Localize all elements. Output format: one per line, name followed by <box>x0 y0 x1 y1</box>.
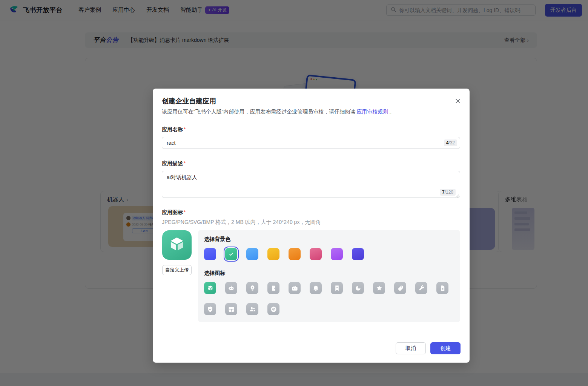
icon-section-label: 选择图标 <box>204 270 225 277</box>
book-icon <box>270 285 277 292</box>
icon-option-wrench[interactable] <box>415 282 427 294</box>
icon-option-pie-chart[interactable] <box>352 282 364 294</box>
review-rules-link[interactable]: 应用审核规则 <box>356 109 388 115</box>
pie-chart-icon <box>355 285 362 292</box>
shield-icon <box>207 306 214 313</box>
icon-option-bookmark[interactable] <box>331 282 343 294</box>
app-name-input[interactable] <box>162 137 460 149</box>
tag-icon <box>397 285 404 292</box>
required-asterisk: * <box>184 209 186 215</box>
lightbulb-icon <box>249 285 256 292</box>
bg-color-yellow[interactable] <box>267 248 279 260</box>
bg-color-sky-blue[interactable] <box>246 248 258 260</box>
name-char-counter: 4/32 <box>444 139 457 146</box>
bg-color-section-label: 选择背景色 <box>204 236 230 243</box>
icon-option-bell[interactable] <box>310 282 322 294</box>
icon-option-document[interactable] <box>436 282 448 294</box>
desc-char-counter: 7/120 <box>440 189 456 196</box>
cube-icon <box>207 285 214 292</box>
required-asterisk: * <box>184 160 186 166</box>
layout-icon <box>228 306 235 313</box>
bg-color-orange[interactable] <box>289 248 301 260</box>
icon-option-grid <box>204 282 453 315</box>
dialog-description: 该应用仅可在“飞书个人版”内部使用，应用发布需经过企业管理员审核，请仔细阅读应用… <box>162 109 395 115</box>
icon-option-tag[interactable] <box>394 282 406 294</box>
app-desc-label: 应用描述* <box>162 160 186 167</box>
robot-icon <box>228 285 235 292</box>
icon-format-hint: JPEG/PNG/SVG/BMP 格式，2 MB 以内，大于 240*240 p… <box>162 219 321 226</box>
icon-option-star[interactable] <box>373 282 385 294</box>
close-icon[interactable] <box>454 98 461 104</box>
icon-option-code[interactable] <box>267 303 279 315</box>
star-icon <box>376 285 383 292</box>
cube-icon <box>168 236 186 254</box>
app-name-label: 应用名称* <box>162 126 186 133</box>
required-asterisk: * <box>184 126 186 132</box>
dialog-title: 创建企业自建应用 <box>162 96 216 106</box>
icon-option-robot[interactable] <box>225 282 237 294</box>
custom-upload-button[interactable]: 自定义上传 <box>162 265 192 275</box>
icon-picker-panel: 选择背景色 选择图标 <box>198 230 460 322</box>
icon-option-cube[interactable] <box>204 282 216 294</box>
bg-color-purple[interactable] <box>331 248 343 260</box>
bg-color-blue[interactable] <box>204 248 216 260</box>
code-icon <box>270 306 277 313</box>
bg-color-indigo[interactable] <box>352 248 364 260</box>
app-desc-textarea[interactable]: ai对话机器人 <box>162 171 460 198</box>
icon-option-lightbulb[interactable] <box>246 282 258 294</box>
app-icon-preview <box>162 230 192 260</box>
bg-color-swatches <box>204 248 364 260</box>
briefcase-icon <box>291 285 298 292</box>
bell-icon <box>312 285 319 292</box>
bg-color-pink[interactable] <box>310 248 322 260</box>
document-icon <box>439 285 446 292</box>
create-app-dialog: 创建企业自建应用 该应用仅可在“飞书个人版”内部使用，应用发布需经过企业管理员审… <box>153 89 470 363</box>
cancel-button[interactable]: 取消 <box>396 342 426 354</box>
description-suffix: 。 <box>389 109 395 115</box>
icon-option-layout[interactable] <box>225 303 237 315</box>
icon-option-book[interactable] <box>267 282 279 294</box>
icon-option-users[interactable] <box>246 303 258 315</box>
users-icon <box>249 306 256 313</box>
create-button[interactable]: 创建 <box>430 342 461 354</box>
bookmark-icon <box>333 285 341 292</box>
wrench-icon <box>418 285 425 292</box>
check-icon <box>228 251 234 257</box>
description-text: 该应用仅可在“飞书个人版”内部使用，应用发布需经过企业管理员审核，请仔细阅读 <box>162 109 355 115</box>
bg-color-green[interactable] <box>225 248 237 260</box>
app-icon-label: 应用图标* <box>162 209 186 216</box>
icon-option-briefcase[interactable] <box>289 282 301 294</box>
icon-option-shield[interactable] <box>204 303 216 315</box>
